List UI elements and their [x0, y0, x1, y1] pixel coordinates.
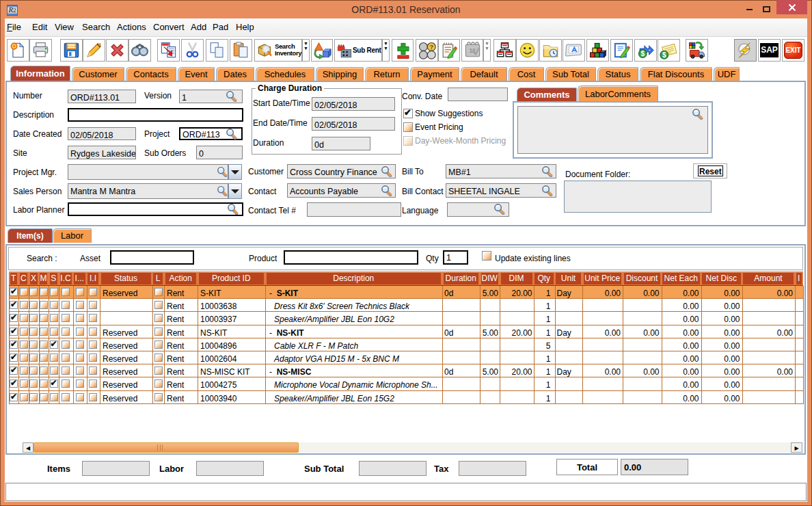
svg-text:$: $	[662, 51, 666, 59]
svg-text:?: ?	[429, 44, 433, 51]
svg-text:$: $	[640, 50, 645, 57]
